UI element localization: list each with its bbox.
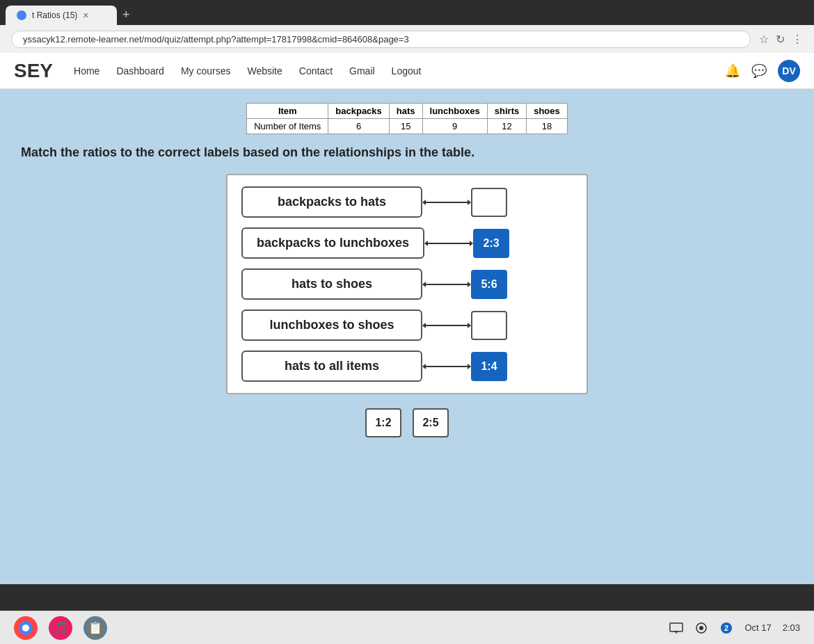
notification-icon[interactable]: 🔔 (725, 63, 740, 79)
svg-marker-13 (422, 364, 426, 369)
table-header-shoes: shoes (527, 104, 568, 119)
reload-icon[interactable]: ↻ (776, 33, 785, 46)
nav-mycourses[interactable]: My courses (181, 65, 231, 77)
svg-marker-10 (422, 323, 426, 328)
nav-home[interactable]: Home (74, 65, 99, 77)
table-header-hats: hats (389, 104, 422, 119)
tab-bar: t Ratios (15) × + (0, 0, 814, 25)
navbar: SEY Home Dashboard My courses Website Co… (0, 53, 814, 89)
active-tab[interactable]: t Ratios (15) × (6, 6, 117, 25)
table-header-item: Item (247, 104, 328, 119)
svg-marker-1 (422, 200, 426, 205)
nav-logout[interactable]: Logout (392, 65, 422, 77)
table-cell-hats: 15 (389, 119, 422, 134)
table-cell-shirts: 12 (487, 119, 526, 134)
arrow-4 (422, 360, 471, 373)
label-backpacks-to-hats: backpacks to hats (241, 186, 422, 218)
table-header-lunchboxes: lunchboxes (422, 104, 487, 119)
arrow-svg-0 (422, 195, 471, 209)
svg-point-21 (699, 626, 703, 630)
table-cell-lunchboxes: 9 (422, 119, 487, 134)
taskbar-icon-2[interactable]: 🎵 (49, 616, 72, 640)
draggable-item-0[interactable]: 1:2 (365, 408, 401, 437)
taskbar: 🎵 📋 2 Oct 17 2:03 (0, 611, 814, 644)
nav-links: Home Dashboard My courses Website Contac… (74, 65, 421, 77)
table-header-shirts: shirts (487, 104, 526, 119)
taskbar-alert-icon[interactable]: 2 (719, 621, 733, 635)
answer-box-3[interactable] (471, 311, 507, 340)
screen-icon-svg (669, 622, 683, 634)
arrow-0 (422, 195, 471, 209)
taskbar-date: Oct 17 (744, 622, 771, 633)
match-row-1: backpacks to lunchboxes 2:3 (241, 227, 573, 259)
label-hats-to-shoes: hats to shoes (241, 268, 422, 300)
table-cell-shoes: 18 (527, 119, 568, 134)
address-bar: yssacyk12.remote-learner.net/mod/quiz/at… (0, 25, 814, 53)
menu-icon[interactable]: ⋮ (792, 33, 803, 46)
match-row-3: lunchboxes to shoes (241, 309, 573, 341)
svg-marker-7 (422, 282, 426, 287)
new-tab-button[interactable]: + (117, 5, 136, 25)
label-hats-to-all-items: hats to all items (241, 351, 422, 382)
items-table: Item backpacks hats lunchboxes shirts sh… (246, 103, 568, 134)
draggable-answers: 1:2 2:5 (21, 408, 793, 437)
arrow-2 (422, 277, 471, 291)
table-cell-backpacks: 6 (328, 119, 390, 134)
nav-right: 🔔 💬 DV (725, 60, 800, 82)
arrow-svg-1 (424, 236, 473, 250)
arrow-3 (422, 319, 471, 332)
user-avatar[interactable]: DV (778, 60, 800, 82)
answer-box-0[interactable] (471, 188, 507, 217)
tab-title: t Ratios (15) (32, 10, 77, 20)
chrome-icon-svg (18, 620, 33, 636)
match-row-0: backpacks to hats (241, 186, 573, 218)
taskbar-settings-icon[interactable] (694, 621, 708, 635)
label-lunchboxes-to-shoes: lunchboxes to shoes (241, 309, 422, 341)
arrow-svg-2 (422, 277, 471, 291)
main-content: Item backpacks hats lunchboxes shirts sh… (0, 89, 814, 584)
table-row-label: Number of Items (247, 119, 328, 134)
nav-contact[interactable]: Contact (299, 65, 333, 77)
settings-icon-svg (695, 622, 708, 634)
nav-dashboard[interactable]: Dashboard (116, 65, 164, 77)
arrow-svg-3 (422, 319, 471, 332)
answer-box-1[interactable]: 2:3 (473, 229, 509, 258)
answer-box-4[interactable]: 1:4 (471, 352, 507, 381)
tab-favicon (17, 10, 26, 20)
arrow-1 (424, 236, 473, 250)
arrow-svg-4 (422, 360, 471, 373)
label-backpacks-to-lunchboxes: backpacks to lunchboxes (241, 227, 424, 259)
tab-close-button[interactable]: × (83, 10, 88, 21)
matching-container: backpacks to hats backpacks to lunchboxe… (226, 174, 588, 394)
browser-toolbar-icons: ☆ ↻ ⋮ (759, 33, 803, 46)
svg-marker-4 (424, 241, 428, 246)
answer-box-2[interactable]: 5:6 (471, 270, 507, 299)
bookmark-icon[interactable]: ☆ (759, 33, 769, 46)
nav-gmail[interactable]: Gmail (349, 65, 375, 77)
taskbar-screen-icon[interactable] (669, 621, 683, 635)
chat-icon[interactable]: 💬 (751, 63, 767, 79)
match-row-2: hats to shoes 5:6 (241, 268, 573, 300)
nav-website[interactable]: Website (247, 65, 282, 77)
match-row-4: hats to all items 1:4 (241, 351, 573, 382)
taskbar-chrome-icon[interactable] (14, 616, 38, 640)
taskbar-time: 2:03 (783, 622, 800, 633)
data-table-container: Item backpacks hats lunchboxes shirts sh… (21, 103, 793, 134)
site-logo[interactable]: SEY (14, 60, 53, 82)
taskbar-right: 2 Oct 17 2:03 (669, 621, 800, 635)
svg-rect-17 (670, 623, 683, 631)
instruction-text: Match the ratios to the correct labels b… (21, 145, 793, 160)
alert-icon-svg: 2 (720, 622, 733, 634)
table-header-backpacks: backpacks (328, 104, 390, 119)
url-input[interactable]: yssacyk12.remote-learner.net/mod/quiz/at… (11, 31, 751, 48)
svg-point-16 (22, 625, 29, 631)
draggable-item-1[interactable]: 2:5 (413, 408, 449, 437)
svg-text:2: 2 (724, 624, 728, 632)
taskbar-icon-3[interactable]: 📋 (83, 616, 107, 640)
